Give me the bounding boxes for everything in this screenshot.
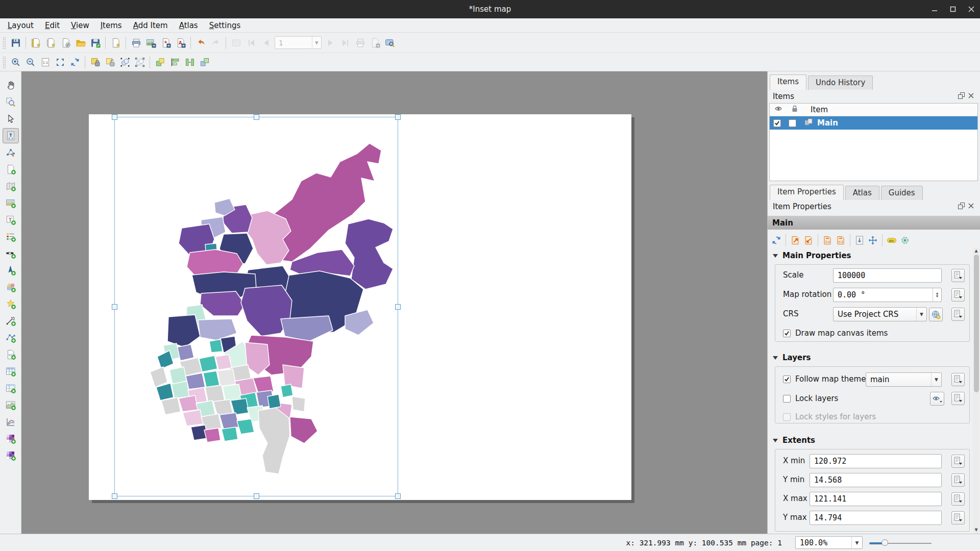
item-row-main[interactable]: Main — [770, 116, 977, 130]
zoom-full-extent-button[interactable] — [53, 55, 67, 69]
undo-button[interactable] — [193, 35, 208, 50]
x-max-override-button[interactable] — [951, 492, 965, 506]
scroll-up-icon[interactable]: ▲ — [973, 247, 979, 254]
unlock-all-items-button[interactable] — [103, 55, 117, 69]
menu-settings[interactable]: Settings — [204, 19, 247, 32]
section-extents[interactable]: Extents — [773, 436, 815, 445]
export-as-svg-button[interactable] — [158, 35, 173, 50]
visibility-checkbox[interactable] — [773, 119, 781, 127]
x-max-input[interactable]: 121.141 — [810, 492, 942, 506]
zoom-level-combobox[interactable]: 100.0% ▼ — [795, 536, 863, 549]
move-map-content-button[interactable] — [866, 234, 879, 247]
menu-atlas[interactable]: Atlas — [174, 19, 204, 32]
tab-item-properties[interactable]: Item Properties — [770, 185, 844, 200]
ungroup-items-button[interactable] — [132, 55, 147, 69]
y-max-input[interactable]: 14.794 — [810, 511, 942, 525]
resize-handle-s[interactable] — [254, 493, 259, 499]
y-max-override-button[interactable] — [951, 511, 965, 524]
raise-selected-items-button[interactable] — [153, 55, 167, 69]
move-item-content-tool-button[interactable] — [3, 128, 19, 143]
clipping-settings-button[interactable] — [898, 234, 912, 247]
maximize-icon[interactable] — [949, 6, 957, 13]
add-pages-button[interactable] — [3, 162, 19, 177]
menu-view[interactable]: View — [65, 19, 95, 32]
resize-handle-se[interactable] — [395, 493, 401, 499]
map-item-main[interactable] — [114, 117, 398, 496]
new-layout-button[interactable] — [29, 35, 43, 50]
y-min-override-button[interactable] — [951, 473, 965, 487]
section-layers[interactable]: Layers — [773, 353, 811, 362]
edit-nodes-tool-button[interactable] — [3, 145, 19, 160]
map-theme-combobox[interactable]: main▼ — [866, 372, 942, 387]
layout-canvas[interactable] — [21, 71, 767, 534]
add-north-arrow-button[interactable] — [3, 263, 19, 278]
lock-selected-items-button[interactable] — [88, 55, 103, 69]
theme-override-button[interactable] — [951, 373, 965, 386]
menu-add-item[interactable]: Add Item — [128, 19, 174, 32]
add-picture-button[interactable] — [3, 195, 19, 211]
x-min-override-button[interactable] — [951, 455, 965, 468]
select-move-item-tool-button[interactable] — [3, 111, 19, 127]
resize-handle-w[interactable] — [112, 304, 117, 310]
resize-handle-nw[interactable] — [112, 114, 117, 120]
add-shape-button[interactable] — [3, 280, 19, 295]
duplicate-layout-button[interactable] — [43, 35, 58, 50]
float-panel-icon[interactable] — [958, 92, 965, 99]
add-map-theme-1-button[interactable] — [3, 431, 19, 446]
tab-guides[interactable]: Guides — [881, 186, 923, 200]
align-selected-items-button[interactable] — [167, 55, 182, 69]
labeling-settings-button[interactable]: abc — [885, 234, 898, 247]
x-min-input[interactable]: 120.972 — [810, 454, 942, 468]
follow-map-theme-checkbox[interactable] — [783, 375, 791, 383]
add-marker-button[interactable] — [3, 296, 19, 312]
add-fixed-table-button[interactable] — [3, 381, 19, 396]
visible-layers-button[interactable] — [930, 392, 944, 406]
float-panel-icon[interactable] — [958, 202, 965, 210]
update-map-preview-button[interactable] — [770, 234, 783, 247]
select-crs-button[interactable] — [929, 308, 943, 321]
map-rotation-input[interactable]: 0.00 °▲▼ — [833, 288, 942, 302]
resize-handle-ne[interactable] — [395, 114, 401, 120]
set-map-extent-to-canvas-button[interactable] — [789, 234, 802, 247]
y-min-input[interactable]: 14.568 — [810, 473, 942, 487]
scroll-down-icon[interactable]: ▼ — [973, 527, 979, 533]
group-items-button[interactable] — [117, 55, 132, 69]
resize-handle-e[interactable] — [395, 304, 401, 310]
lock-layers-override-button[interactable] — [951, 392, 965, 405]
add-legend-button[interactable] — [3, 229, 19, 244]
zoom-in-button[interactable] — [8, 55, 23, 69]
view-extent-in-canvas-button[interactable] — [802, 234, 815, 247]
add-arrow-button[interactable] — [3, 313, 19, 329]
load-from-template-button[interactable] — [73, 35, 88, 50]
add-html-frame-button[interactable]: </> — [3, 347, 19, 362]
add-attribute-table-button[interactable] — [3, 364, 19, 379]
section-main-properties[interactable]: Main Properties — [773, 251, 851, 260]
save-as-template-button[interactable] — [88, 35, 103, 50]
add-label-button[interactable]: T — [3, 212, 19, 228]
distribute-selected-items-button[interactable] — [182, 55, 197, 69]
resize-handle-n[interactable] — [254, 114, 259, 120]
set-canvas-to-map-scale-button[interactable]: n:1 — [834, 234, 847, 247]
close-icon[interactable] — [968, 6, 975, 13]
rotation-override-button[interactable] — [951, 288, 965, 302]
add-map-theme-2-button[interactable] — [3, 448, 19, 463]
spinner-arrows-icon[interactable]: ▲▼ — [933, 288, 941, 302]
tab-undo-history[interactable]: Undo History — [808, 76, 873, 90]
resize-selected-items-button[interactable] — [197, 55, 212, 69]
crs-combobox[interactable]: Use Project CRS▼ — [833, 307, 927, 321]
minimize-icon[interactable] — [931, 6, 938, 13]
add-scale-bar-button[interactable] — [3, 246, 19, 261]
save-project-button[interactable] — [8, 35, 23, 50]
add-node-item-button[interactable] — [3, 330, 19, 345]
tab-items[interactable]: Items — [770, 74, 806, 90]
menu-items[interactable]: Items — [95, 19, 128, 32]
lock-checkbox[interactable] — [789, 119, 796, 127]
export-as-image-button[interactable] — [143, 35, 158, 50]
scrollbar-thumb[interactable] — [974, 255, 979, 392]
zoom-out-button[interactable] — [23, 55, 38, 69]
print-layout-button[interactable] — [129, 35, 143, 50]
menu-edit[interactable]: Edit — [39, 19, 65, 32]
refresh-view-button[interactable] — [67, 55, 82, 69]
menu-layout[interactable]: Layout — [2, 19, 39, 32]
zoom-slider-handle[interactable] — [881, 539, 888, 546]
